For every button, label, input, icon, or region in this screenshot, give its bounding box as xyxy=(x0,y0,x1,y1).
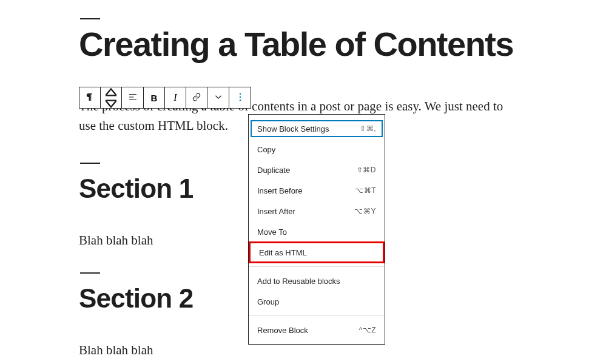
move-updown-icon xyxy=(106,87,116,109)
section-rule-2 xyxy=(80,272,100,274)
dropdown-section-2: Add to Reusable blocks Group xyxy=(249,267,385,316)
dropdown-section-3: Remove Block ^⌥Z xyxy=(249,316,385,344)
more-options-button[interactable] xyxy=(229,87,251,108)
editor-canvas: Creating a Table of Contents xyxy=(0,18,606,358)
bold-button[interactable]: B xyxy=(144,87,165,108)
menu-label: Move To xyxy=(257,228,287,237)
svg-point-0 xyxy=(239,93,240,94)
bold-icon: B xyxy=(151,93,158,103)
menu-group[interactable]: Group xyxy=(249,291,385,312)
menu-label: Remove Block xyxy=(257,326,308,335)
align-left-icon xyxy=(127,92,138,104)
link-button[interactable] xyxy=(186,87,207,108)
menu-remove-block[interactable]: Remove Block ^⌥Z xyxy=(249,320,385,340)
menu-show-block-settings[interactable]: Show Block Settings ⇧⌘, xyxy=(249,118,385,139)
menu-shortcut: ⌥⌘Y xyxy=(354,207,376,215)
title-rule xyxy=(80,18,100,19)
toolbar-group-more xyxy=(229,87,251,109)
link-icon xyxy=(191,92,202,104)
menu-label: Copy xyxy=(257,145,275,154)
menu-label: Insert After xyxy=(257,207,295,216)
menu-label: Group xyxy=(257,297,279,306)
section-rule-1 xyxy=(80,163,100,164)
menu-move-to[interactable]: Move To xyxy=(249,221,385,242)
menu-add-reusable[interactable]: Add to Reusable blocks xyxy=(249,271,385,291)
more-vertical-icon xyxy=(235,92,246,104)
menu-shortcut: ⌥⌘T xyxy=(355,186,376,195)
italic-button[interactable]: I xyxy=(165,87,186,108)
chevron-down-icon xyxy=(213,92,224,104)
menu-insert-before[interactable]: Insert Before ⌥⌘T xyxy=(249,180,385,201)
menu-edit-as-html[interactable]: Edit as HTML xyxy=(249,241,385,263)
menu-shortcut: ^⌥Z xyxy=(359,326,376,334)
more-inline-button[interactable] xyxy=(207,87,229,108)
menu-label: Insert Before xyxy=(257,186,302,195)
move-block-button[interactable] xyxy=(101,87,122,108)
dropdown-section-1: Show Block Settings ⇧⌘, Copy Duplicate ⇧… xyxy=(249,115,385,267)
svg-point-1 xyxy=(239,96,240,97)
menu-insert-after[interactable]: Insert After ⌥⌘Y xyxy=(249,201,385,221)
toolbar-group-block xyxy=(79,87,144,109)
paragraph-section-2[interactable]: Blah blah blah xyxy=(79,343,606,358)
svg-point-2 xyxy=(239,99,240,101)
paragraph-icon xyxy=(84,92,95,104)
toolbar-group-inline: B I xyxy=(143,87,229,109)
menu-shortcut: ⇧⌘, xyxy=(360,124,376,133)
menu-label: Edit as HTML xyxy=(259,248,307,257)
menu-shortcut: ⇧⌘D xyxy=(357,166,376,174)
menu-label: Add to Reusable blocks xyxy=(257,277,340,286)
align-button[interactable] xyxy=(122,87,143,108)
italic-icon: I xyxy=(173,92,177,103)
block-toolbar: B I xyxy=(79,87,251,109)
menu-label: Duplicate xyxy=(257,166,290,175)
menu-duplicate[interactable]: Duplicate ⇧⌘D xyxy=(249,160,385,180)
menu-label: Show Block Settings xyxy=(257,124,329,133)
block-options-dropdown: Show Block Settings ⇧⌘, Copy Duplicate ⇧… xyxy=(248,114,385,345)
menu-copy[interactable]: Copy xyxy=(249,139,385,160)
block-type-button[interactable] xyxy=(79,87,101,108)
post-title[interactable]: Creating a Table of Contents xyxy=(79,27,606,62)
